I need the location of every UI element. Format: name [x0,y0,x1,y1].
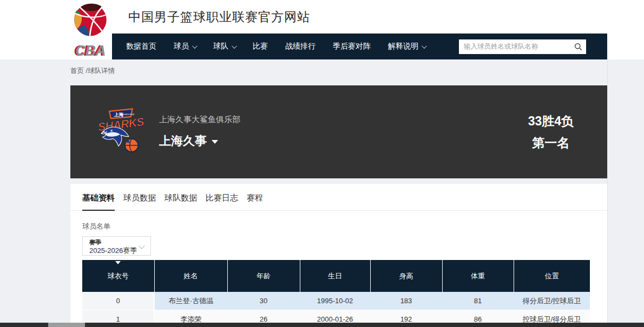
nav-item-teams[interactable]: 球队 [205,34,244,59]
col-position[interactable]: 位置 [514,260,590,292]
tab-player-stats[interactable]: 球员数据 [123,193,156,210]
team-rank: 第一名 [528,132,574,154]
breadcrumb: 首页 /球队详情 [70,66,115,76]
cell-position: 得分后卫/控球后卫 [514,292,590,310]
scrollbar-thumb[interactable] [48,323,85,327]
chevron-down-icon [192,43,198,49]
cell-player-name[interactable]: 布兰登·古德温 [154,292,227,310]
svg-text:SHANGHAI: SHANGHAI [122,113,135,116]
nav-item-data-home[interactable]: 数据首页 [117,34,165,59]
season-select-value: 2025-2026赛季 [89,246,137,256]
col-jersey-number[interactable]: 球衣号 [82,260,154,292]
season-select[interactable]: 赛季 2025-2026赛季 [82,236,151,256]
svg-text:CBA: CBA [76,43,106,58]
search-input[interactable] [459,39,570,54]
cell-birthday: 1995-10-02 [300,292,370,310]
cba-ball-icon: CBA CBA [69,3,112,58]
cba-logo[interactable]: CBA CBA [69,3,112,58]
content-right-divider [607,59,608,327]
breadcrumb-current: 球队详情 [88,67,115,75]
main-nav: 数据首页 球员 球队 比赛 战绩排行 季后赛对阵 解释说明 [112,34,607,59]
tab-team-stats[interactable]: 球队数据 [165,193,197,210]
cell-jersey-number: 0 [82,292,154,310]
nav-item-games[interactable]: 比赛 [244,34,277,59]
cell-height: 183 [370,292,442,310]
site-title: 中国男子篮球职业联赛官方网站 [128,9,310,25]
team-banner: 上海 SHANGHAI SHARKS 上海久事大鲨鱼俱乐部 上海久事 [70,85,607,178]
tab-bar: 基础资料 球员数据 球队数据 比赛日志 赛程 [70,184,607,211]
col-weight[interactable]: 体重 [442,260,514,292]
search-box [459,39,586,54]
chevron-down-icon [139,243,144,249]
team-detail-card: 基础资料 球员数据 球队数据 比赛日志 赛程 球员名单 赛季 2025-2026… [70,184,607,327]
team-name: 上海久事 [159,133,207,149]
team-record: 33胜4负 [528,110,574,132]
cell-age: 30 [227,292,300,310]
site-header: CBA CBA 中国男子篮球职业联赛官方网站 数据首页 球员 球队 比赛 战绩排… [0,0,644,59]
season-select-label: 赛季 [89,238,101,246]
breadcrumb-home[interactable]: 首页 [70,67,84,75]
caret-down-icon [212,140,218,144]
sharks-logo-icon: 上海 SHANGHAI SHARKS [97,99,145,165]
roster-section-title: 球员名单 [82,222,595,231]
col-height[interactable]: 身高 [370,260,442,292]
nav-item-standings[interactable]: 战绩排行 [277,34,324,59]
chevron-down-icon [422,43,427,49]
sort-desc-icon [115,261,121,264]
chevron-down-icon [232,43,237,49]
team-identity: 上海久事大鲨鱼俱乐部 上海久事 [159,115,240,149]
nav-item-glossary[interactable]: 解释说明 [379,34,434,59]
cell-weight: 81 [442,292,514,310]
nav-item-playoff-bracket[interactable]: 季后赛对阵 [324,34,379,59]
col-name[interactable]: 姓名 [154,260,227,292]
table-row: 0 布兰登·古德温 30 1995-10-02 183 81 得分后卫/控球后卫 [82,292,590,310]
team-logo: 上海 SHANGHAI SHARKS [97,99,145,165]
search-icon [574,43,582,51]
team-stats: 33胜4负 第一名 [528,110,574,154]
club-full-name: 上海久事大鲨鱼俱乐部 [159,115,240,125]
tab-basic-info[interactable]: 基础资料 [82,193,115,211]
search-button[interactable] [570,39,586,54]
roster-table: 球衣号 姓名 年龄 生日 身高 体重 位置 0 布兰登·古德温 30 1995-… [82,260,590,327]
nav-item-players[interactable]: 球员 [165,34,205,59]
col-age[interactable]: 年龄 [227,260,300,292]
roster-header-row: 球衣号 姓名 年龄 生日 身高 体重 位置 [82,260,590,292]
cba-team-detail-page: CBA CBA 中国男子篮球职业联赛官方网站 数据首页 球员 球队 比赛 战绩排… [0,0,644,327]
breadcrumb-separator: / [84,67,88,75]
tab-game-log[interactable]: 比赛日志 [206,193,238,210]
tab-schedule[interactable]: 赛程 [247,193,263,210]
horizontal-scrollbar[interactable] [0,323,644,327]
col-birthday[interactable]: 生日 [300,260,370,292]
team-name-dropdown[interactable]: 上海久事 [159,133,240,149]
